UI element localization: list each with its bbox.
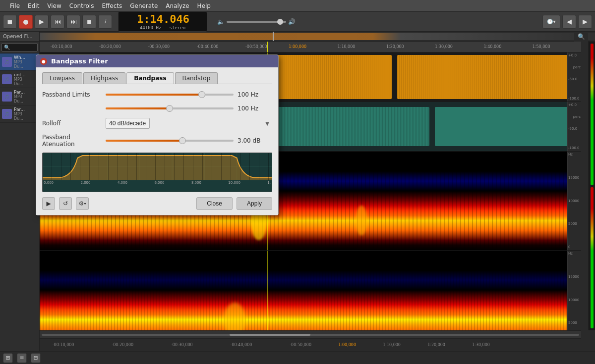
stop-btn[interactable]: ■ [82,15,96,29]
file-name-1: unt... [14,72,37,77]
tab-highpass[interactable]: Highpass [83,72,125,84]
ruler-mark-1: -00:10,000 [51,45,72,49]
rewind-btn[interactable]: ⏮ [51,15,64,29]
ruler-mark-2: -00:20,000 [99,45,121,49]
grid-view-btn[interactable]: ⊞ [3,353,13,363]
ruler-mark-6: 1:00,000 [289,45,306,49]
apply-button[interactable]: Apply [237,197,272,210]
file-info-3: Par... MP3 Du... [14,107,37,121]
file-name-2: Par... [14,90,37,95]
tab-bandstop[interactable]: Bandstop [175,72,218,84]
volume-thumb[interactable] [277,19,283,25]
file-meta-3: MP3 Du... [14,112,37,121]
dialog-titlebar: ● Bandpass Filter [36,55,278,67]
passband-atten-thumb[interactable] [179,137,186,144]
nav-forward-btn[interactable]: ▶ [578,15,592,29]
gear-icon: ⚙ [79,200,84,207]
file-item-1[interactable]: 🎵 unt... MP3 Du... [0,71,39,88]
passband-slider-1-track[interactable] [106,94,234,96]
opened-files-label: Opened Fi... [0,32,39,42]
passband-atten-track[interactable] [106,140,234,142]
search-icon-tracks[interactable]: 🔍 [574,32,588,42]
ruler-mark-3: -00:30,000 [148,45,170,49]
playhead-ruler [267,42,268,52]
info-btn[interactable]: i [98,15,112,29]
overview-strip [40,32,595,42]
record-stop-btn[interactable]: ◼ [3,15,17,29]
passband-atten-label: Passband Atenuation [42,134,102,148]
dialog-settings-btn[interactable]: ⚙ ▾ [76,197,89,210]
rolloff-dropdown-wrapper: 6 dB/decade 12 dB/decade 24 dB/decade 40… [106,118,272,129]
menu-view[interactable]: View [43,1,65,10]
ruler-mark-11: 1:50,000 [533,45,550,49]
time-mode-btn[interactable]: 🕐▾ [542,15,560,29]
file-info-1: unt... MP3 Du... [14,72,37,86]
ruler-mark-9: 1:30,000 [435,45,453,49]
vu-bar-left [591,44,594,185]
nav-back-btn[interactable]: ◀ [562,15,576,29]
timeline-scrollbar[interactable] [40,330,581,338]
menu-generate[interactable]: Generate [126,1,162,10]
play-btn[interactable]: ▶ [35,15,49,29]
ruler-mark-8: 1:20,000 [386,45,404,49]
passband-row-1: Passband Limits 100 Hz [42,90,272,99]
passband-value-1: 100 Hz [238,91,272,98]
rolloff-select[interactable]: 6 dB/decade 12 dB/decade 24 dB/decade 40… [106,118,150,129]
dialog-loop-btn[interactable]: ↺ [59,197,72,210]
menu-help[interactable]: Help [193,1,215,10]
file-name-3: Par... [14,107,37,112]
passband-slider-1-container[interactable] [106,90,234,99]
fast-forward-btn[interactable]: ⏭ [66,15,80,29]
dropdown-chevron-icon: ▾ [84,202,86,206]
volume-icon-right: 🔊 [288,18,296,25]
file-icon-3: 🎵 [2,109,12,119]
file-info-0: Wh... MP3 Du... [14,55,37,69]
file-meta-0: MP3 Du... [14,60,37,69]
ruler-mark-10: 1:40,000 [483,45,501,49]
menu-effects[interactable]: Effects [98,1,126,10]
file-meta-2: MP3 Du... [14,95,37,104]
file-meta-1: MP3 Du... [14,77,37,86]
menu-file[interactable]: File [6,1,24,10]
passband-slider-2-track[interactable] [106,107,234,109]
dialog-close-btn[interactable]: ● [40,58,47,65]
volume-icon: 🔈 [217,18,225,25]
file-item-0[interactable]: 🎵 Wh... MP3 Du... [0,53,39,71]
record-btn[interactable]: ● [19,15,33,29]
track-db-right-1: +0.0 perc -50.0 -100.0 [567,52,581,102]
toolbar-right: 🕐▾ ◀ ▶ [542,15,592,29]
bottom-timeline: -00:10,000 -00:20,000 -00:30,000 -00:40,… [40,338,581,351]
menu-controls[interactable]: Controls [65,1,98,10]
passband-atten-slider-container[interactable] [106,136,234,145]
statusbar: ⊞ ≡ ⊟ [0,351,595,364]
track-spec-2[interactable]: Hz 15000 10000 5000 0 [40,251,581,330]
passband-slider-2-thumb[interactable] [166,105,173,112]
passband-atten-fill [106,140,182,142]
timeline-ruler: -00:10,000 -00:20,000 -00:30,000 -00:40,… [40,42,581,52]
rolloff-label: Rolloff [42,120,102,127]
passband-limits-section: Passband Limits 100 Hz [42,90,272,113]
file-item-2[interactable]: 🎵 Par... MP3 Du... [0,88,39,105]
passband-slider-1-thumb[interactable] [198,91,205,98]
passband-atten-value: 3.00 dB [238,137,272,144]
search-input[interactable] [1,43,38,52]
passband-label: Passband Limits [42,91,102,98]
track-db-right-3: Hz 15000 10000 5000 0 [567,152,581,250]
file-item-3[interactable]: 🎵 Par... MP3 Du... [0,105,39,123]
passband-slider-2-container[interactable] [106,104,234,113]
dialog-play-btn[interactable]: ▶ [42,197,55,210]
toolbar: ◼ ● ▶ ⏮ ⏭ ■ i 1:14.046 44100 Hz stereo 🔈… [0,12,595,32]
ruler-mark-5: -00:50,000 [245,45,267,49]
left-panel: Opened Fi... 🎵 Wh... MP3 Du... 🎵 unt... … [0,32,40,351]
tile-view-btn[interactable]: ⊟ [31,353,41,363]
close-button[interactable]: Close [196,197,233,210]
menu-edit[interactable]: Edit [24,1,43,10]
passband-row-2: 100 Hz [42,104,272,113]
rolloff-row: Rolloff 6 dB/decade 12 dB/decade 24 dB/d… [42,118,272,129]
list-view-btn[interactable]: ≡ [17,353,27,363]
tab-bandpass[interactable]: Bandpass [126,72,174,84]
volume-slider[interactable] [227,21,286,23]
tab-lowpass[interactable]: Lowpass [42,72,82,84]
volume-control: 🔈 🔊 [217,18,296,25]
menu-analyze[interactable]: Analyze [162,1,193,10]
